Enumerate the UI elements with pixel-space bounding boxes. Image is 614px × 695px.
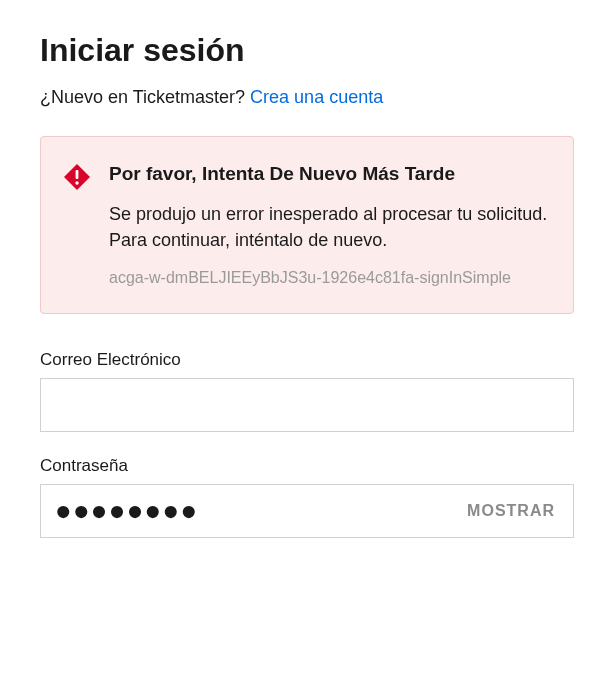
svg-point-2 [75,181,78,184]
password-field[interactable]: ●●●●●●●● [55,497,463,525]
error-body: Se produjo un error inesperado al proces… [109,201,551,253]
signup-prompt-text: ¿Nuevo en Ticketmaster? [40,87,250,107]
create-account-link[interactable]: Crea una cuenta [250,87,383,107]
password-label: Contraseña [40,456,574,476]
email-label: Correo Electrónico [40,350,574,370]
email-input-wrap [40,378,574,432]
email-field[interactable] [55,379,559,431]
error-alert: Por favor, Intenta De Nuevo Más Tarde Se… [40,136,574,314]
show-password-button[interactable]: MOSTRAR [463,502,559,520]
email-field-group: Correo Electrónico [40,350,574,432]
error-code: acga-w-dmBELJIEEyBbJS3u-1926e4c81fa-sign… [109,267,551,289]
password-input-wrap: ●●●●●●●● MOSTRAR [40,484,574,538]
error-title: Por favor, Intenta De Nuevo Más Tarde [109,161,551,187]
password-field-group: Contraseña ●●●●●●●● MOSTRAR [40,456,574,538]
alert-icon [63,163,91,289]
signup-prompt-row: ¿Nuevo en Ticketmaster? Crea una cuenta [40,87,574,108]
svg-rect-1 [76,170,79,179]
page-title: Iniciar sesión [40,32,574,69]
error-content: Por favor, Intenta De Nuevo Más Tarde Se… [109,161,551,289]
